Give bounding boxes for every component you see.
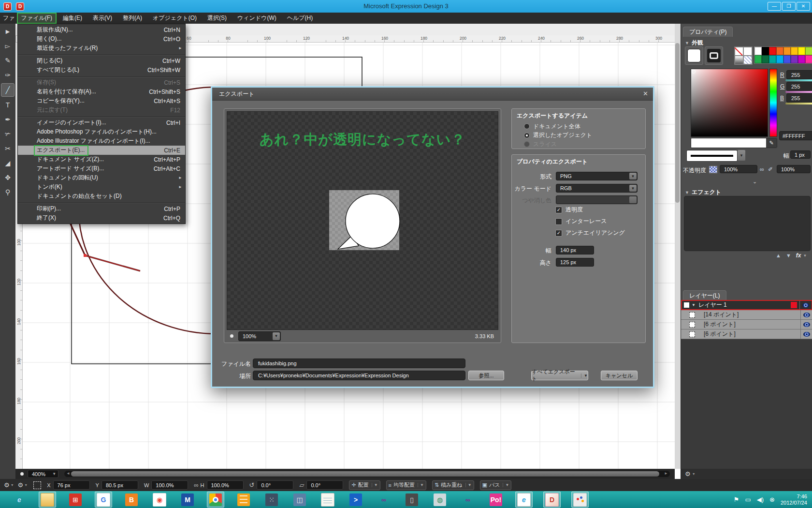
file-menu-item[interactable]: 開く(O)... Ctrl+O [18, 34, 185, 44]
add-effect-button[interactable]: fx [796, 252, 801, 259]
w-field[interactable]: 100.0% [151, 480, 188, 490]
move-up-icon[interactable]: ▲ [776, 253, 781, 258]
pan-tool-icon[interactable]: ✥ [1, 171, 14, 184]
effects-list[interactable] [684, 196, 811, 251]
file-menu-item[interactable]: トンボ(K) [18, 182, 185, 192]
powershell-icon[interactable]: > [347, 492, 364, 508]
palette-color[interactable] [783, 55, 791, 63]
layer-row[interactable]: ▼ [14 ポイント] [681, 310, 812, 320]
palette-color[interactable] [762, 47, 769, 55]
link-icon[interactable]: ∞ [760, 166, 764, 173]
brush-tool-icon[interactable]: ✑ [1, 69, 14, 81]
file-menu-item[interactable] [18, 53, 185, 56]
arrange-menu-button[interactable]: ≡ 均等配置 ▼ [386, 480, 426, 490]
text-tool-icon[interactable]: T [1, 99, 14, 111]
file-menu-item[interactable] [18, 201, 185, 204]
menubar-item[interactable]: 編集(E) [58, 13, 87, 24]
panel-collapse-chevron-icon[interactable]: ⌄ [753, 179, 757, 185]
paint-app-icon[interactable] [571, 492, 589, 508]
globe-app-icon[interactable]: ◍ [431, 492, 449, 508]
maps-icon[interactable]: ◉ [151, 492, 168, 508]
y-field[interactable]: 80.5 px [102, 480, 138, 490]
maximize-button[interactable]: ❐ [782, 2, 796, 11]
palette-color[interactable] [754, 47, 762, 55]
r-slider[interactable] [785, 79, 812, 81]
file-menu-item[interactable]: ドキュメントの回転(U) [18, 173, 185, 182]
palette-color[interactable] [805, 55, 812, 63]
arrange-menu-button[interactable]: ▣ パス ▼ [480, 480, 512, 490]
hatch-brush-icon[interactable]: ✐ [768, 166, 773, 173]
app-tile-icon[interactable]: ◫ [291, 492, 308, 508]
format-select[interactable]: PNG▼ [556, 172, 638, 180]
canvas-horizontal-scrollbar[interactable]: ◄ ► [64, 471, 670, 477]
file-menu-item[interactable]: Adobe Illustrator ファイルのインポート(I)... [18, 136, 185, 146]
export-item-radio[interactable]: 選択したオブジェクト [524, 132, 592, 139]
stroke-opacity-field[interactable]: 100% [777, 165, 811, 173]
taskbar-clock[interactable]: 7:46 2012/07/24 [781, 493, 807, 506]
layer-visibility-cell[interactable] [800, 320, 812, 329]
file-menu-item[interactable]: エクスポート(E)... Ctrl+E [18, 146, 185, 155]
anchor-point[interactable] [84, 254, 87, 257]
file-menu-item[interactable]: Adobe Photoshop ファイルのインポート(H)... [18, 127, 185, 136]
gradient-swatch[interactable] [735, 56, 743, 64]
notes-app-icon[interactable] [235, 492, 252, 508]
zoom-tool-icon[interactable]: ⚲ [1, 186, 14, 198]
layer-row[interactable]: ▼ [6 ポイント] [681, 320, 812, 329]
expression-design-icon[interactable]: D [543, 492, 561, 508]
visual-studio-icon[interactable]: ∞ [459, 492, 477, 508]
appearance-section-header[interactable]: ▼外観 [685, 39, 703, 47]
preview-zoom-select[interactable]: 100% ▼ [238, 331, 281, 341]
export-item-radio[interactable]: ドキュメント全体 [524, 122, 580, 130]
export-option-checkbox[interactable]: インターレース [555, 218, 607, 225]
file-menu-item[interactable]: 元に戻す(T) F12 [18, 105, 185, 115]
stroke-style-select[interactable]: ▼ [738, 150, 745, 161]
palette-color[interactable] [791, 55, 798, 63]
vertical-scroll-handle[interactable] [675, 43, 680, 203]
file-menu-item[interactable]: 印刷(P)... Ctrl+P [18, 204, 185, 213]
export-height-field[interactable]: 125 px [556, 258, 594, 267]
menubar-item[interactable]: 表示(V) [88, 13, 116, 24]
ie-icon[interactable]: e [11, 492, 28, 508]
link-dimensions-icon[interactable]: ∞ [194, 481, 198, 489]
gear-icon[interactable]: ⚙ [685, 470, 691, 478]
network-icon[interactable]: ▭ [745, 496, 751, 503]
layer-expand-icon[interactable]: ▼ [692, 303, 696, 307]
volume-icon[interactable]: ◀) [757, 496, 764, 503]
palette-color[interactable] [805, 47, 812, 55]
pencil-tool-icon[interactable]: ✎ [1, 54, 14, 67]
color-mode-select[interactable]: RGB▼ [556, 184, 638, 193]
minimize-button[interactable]: — [768, 2, 781, 11]
direct-selection-tool-icon[interactable]: ▻ [1, 40, 14, 52]
palette-color[interactable] [762, 55, 769, 63]
palette-color[interactable] [776, 55, 783, 63]
explorer-icon[interactable] [39, 492, 56, 508]
palette-color[interactable] [798, 55, 805, 63]
paw-app-icon[interactable]: ⁙ [263, 492, 280, 508]
file-menu-item[interactable]: すべて閉じる(L) Ctrl+Shift+W [18, 65, 185, 75]
line-tool-icon[interactable]: ╱ [1, 83, 14, 97]
arrange-menu-button[interactable]: ⇅ 積み重ね ▼ [432, 480, 474, 490]
palette-color[interactable] [769, 47, 776, 55]
effects-section-header[interactable]: ▼エフェクト [685, 188, 721, 196]
action-center-flag-icon[interactable]: ⚑ [734, 496, 740, 503]
close-button[interactable]: ✕ [797, 2, 810, 11]
dialog-close-icon[interactable]: ✕ [643, 90, 648, 97]
palette-color[interactable] [798, 47, 805, 55]
stroke-swatch[interactable] [705, 46, 723, 65]
file-menu-item[interactable]: 閉じる(C) Ctrl+W [18, 56, 185, 65]
color-field[interactable] [691, 69, 768, 137]
eyedropper-icon[interactable]: ✎ [766, 138, 777, 148]
export-all-button[interactable]: すべてエクスポート▼ [531, 371, 588, 380]
move-down-icon[interactable]: ▼ [786, 253, 791, 258]
hex-value-field[interactable]: #FFFFFF [779, 131, 812, 140]
notepad-icon[interactable] [319, 492, 336, 508]
gear-icon[interactable]: ⚙ [4, 481, 10, 489]
file-menu-item[interactable]: イメージのインポート(I)... Ctrl+I [18, 118, 185, 127]
windows-store-icon[interactable]: ⊞ [67, 492, 84, 508]
ie-document-icon[interactable]: e [515, 492, 533, 508]
file-menu-item[interactable] [18, 115, 185, 118]
menubar-item[interactable]: ファイル(F) [17, 13, 57, 24]
stroke-width-field[interactable]: 1 px [790, 150, 811, 159]
gear-icon[interactable]: ⚙ [18, 481, 24, 489]
g-value-field[interactable]: 255 [786, 82, 812, 91]
